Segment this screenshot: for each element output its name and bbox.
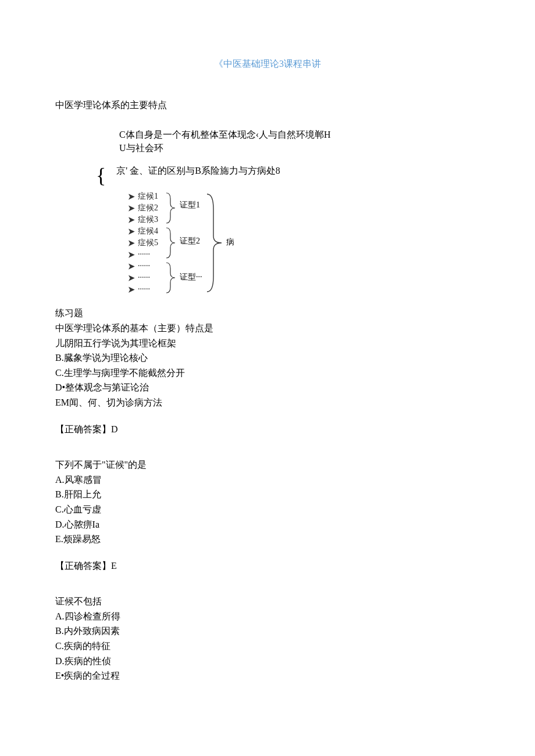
q2-answer: 【正确答案】E [55, 558, 480, 574]
symptom-label: 症候4 [138, 226, 166, 237]
q3-option-c: C.疾病的特征 [55, 639, 480, 654]
q1-option-a: 儿阴阳五行学说为其理论框架 [55, 336, 480, 351]
exercise-label: 练习题 [55, 306, 480, 321]
symptom-label: 症候1 [138, 191, 166, 202]
symptom-diagram: ➤ 症候1 ➤ 症候2 ➤ 症候3 ➤ 症候4 ➤ 症候5 ➤ ······ ➤… [125, 191, 480, 295]
bullet-arrow-icon: ➤ [125, 215, 138, 225]
bullet-arrow-icon: ➤ [125, 238, 138, 248]
q2-option-e: E.烦躁易怒 [55, 532, 480, 547]
diagram-row: ➤ 症候5 [125, 237, 480, 249]
group-label-1: 证型1 [180, 200, 200, 210]
symptom-label: ······ [138, 250, 166, 259]
diagram-row: ➤ 症候4 [125, 225, 480, 237]
q3-stem: 证候不包括 [55, 594, 480, 609]
symptom-label: ······ [138, 285, 166, 294]
symptom-label: 症候3 [138, 214, 166, 225]
q3-option-e: E•疾病的全过程 [55, 668, 480, 683]
diagram-row: ➤ 症候2 [125, 202, 480, 214]
diagram-row: ➤ ······ [125, 249, 480, 260]
q3-option-d: D.疾病的性侦 [55, 654, 480, 669]
q1-option-c: C.生理学与病理学不能截然分开 [55, 366, 480, 381]
bullet-arrow-icon: ➤ [125, 261, 138, 271]
bullet-arrow-icon: ➤ [125, 285, 138, 295]
big-brace-icon [206, 192, 224, 294]
diagram-row: ➤ ······ [125, 284, 480, 295]
q1-answer: 【正确答案】D [55, 422, 480, 437]
concept-line-2: U与社会环 [119, 141, 480, 155]
symptom-label: ······ [138, 261, 166, 271]
q2-stem: 下列不属于"证候"的是 [55, 457, 480, 472]
group-label-2: 证型2 [180, 236, 200, 246]
bullet-arrow-icon: ➤ [125, 273, 138, 283]
left-brace-icon: { [96, 165, 106, 186]
diagram-row: ➤ ······ [125, 260, 480, 272]
brace-icon [166, 227, 177, 259]
diagram-row: ➤ 症候3 [125, 214, 480, 225]
bullet-arrow-icon: ➤ [125, 227, 138, 237]
brace-icon [166, 261, 177, 294]
brace-icon [166, 192, 177, 224]
page-title: 《中医基础理论3课程串讲 [55, 58, 480, 70]
q1-option-e: EM闻、何、切为诊病方法 [55, 395, 480, 410]
q2-option-c: C.心血亏虚 [55, 502, 480, 517]
bullet-arrow-icon: ➤ [125, 250, 138, 260]
concept-block: C体自身是一个有机整体至体现念‹人与自然环境郸H U与社会环 [119, 128, 480, 155]
q2-option-b: B.肝阳上允 [55, 487, 480, 502]
result-label: 病 [226, 237, 234, 248]
q2-option-a: A.风寒感冒 [55, 472, 480, 488]
concept-line-1: C体自身是一个有机整体至体现念‹人与自然环境郸H [119, 128, 480, 141]
q3-option-b: B.内外致病因素 [55, 624, 480, 639]
q2-option-d: D.心脓痹Ia [55, 517, 480, 532]
bullet-arrow-icon: ➤ [125, 192, 138, 202]
diagram-row: ➤ 症候1 [125, 191, 480, 202]
q1-stem: 中医学理论体系的基本（主要）特点是 [55, 321, 480, 336]
concept-row-2: 京' 金、证的区别与B系险旆力与方病处8 [116, 165, 280, 177]
q1-option-d: D•整体观念与第证论治 [55, 380, 480, 395]
symptom-label: ······ [138, 273, 166, 282]
symptom-label: 症候5 [138, 238, 166, 248]
q1-option-b: B.臓象学说为理论核心 [55, 350, 480, 366]
symptom-label: 症候2 [138, 203, 166, 213]
section-heading: 中医学理论体系的主要特点 [55, 99, 480, 112]
bullet-arrow-icon: ➤ [125, 203, 138, 213]
group-label-3: 证型··· [180, 272, 202, 282]
q3-option-a: A.四诊检查所得 [55, 609, 480, 624]
diagram-row: ➤ ······ [125, 272, 480, 284]
